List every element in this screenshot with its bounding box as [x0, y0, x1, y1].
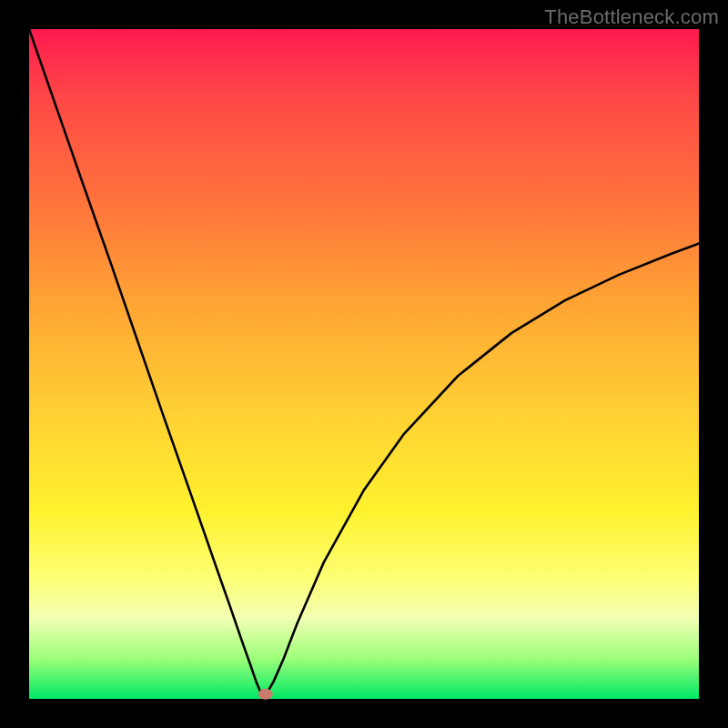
- watermark-text: TheBottleneck.com: [544, 5, 719, 29]
- chart-frame: TheBottleneck.com: [0, 0, 728, 728]
- optimal-marker: [258, 689, 273, 700]
- curve-svg: [29, 29, 699, 699]
- plot-area: [29, 29, 699, 699]
- bottleneck-curve: [29, 29, 699, 699]
